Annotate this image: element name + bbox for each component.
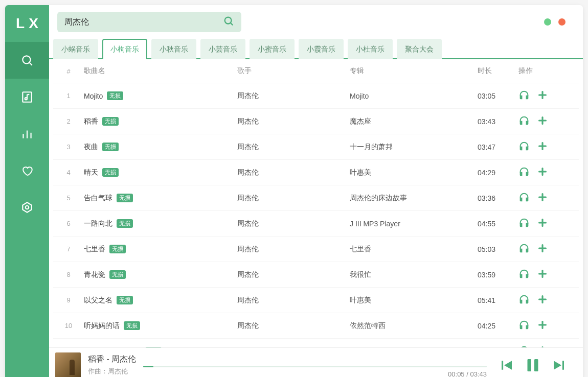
table-row[interactable]: 6一路向北无损周杰伦J III MP3 Player04:55 [53,211,579,237]
play-button[interactable] [518,243,530,255]
source-tab[interactable]: 小蜗音乐 [53,39,98,59]
svg-rect-35 [534,359,538,371]
add-button[interactable] [537,294,548,307]
nav-search[interactable] [5,42,49,79]
play-button[interactable] [518,268,530,281]
add-button[interactable] [537,319,548,332]
prev-button[interactable] [499,358,514,373]
row-duration: 04:29 [478,169,518,177]
lossless-badge: 无损 [109,270,126,279]
table-row[interactable]: 10听妈妈的话无损周杰伦依然范特西04:25 [53,313,579,339]
row-index: 6 [53,220,84,227]
now-playing-title: 稻香 - 周杰伦 [88,354,136,365]
nav-library[interactable] [5,79,49,115]
source-tab[interactable]: 小秋音乐 [151,39,196,59]
row-actions [518,243,570,255]
play-button[interactable] [518,89,530,102]
row-duration: 05:41 [478,296,518,304]
add-button[interactable] [537,166,548,179]
row-duration: 04:55 [478,220,518,228]
headphones-icon [518,192,530,204]
album-cover[interactable] [55,352,81,378]
logo: LX [12,15,42,32]
play-button[interactable] [518,166,530,179]
play-button[interactable] [518,115,530,128]
close-button[interactable] [558,18,566,26]
plus-icon [537,319,548,332]
search-input[interactable] [64,17,223,27]
headphones-icon [518,294,530,307]
svg-line-10 [231,23,233,25]
headphones-icon [518,268,530,281]
add-button[interactable] [537,115,548,128]
table-row[interactable]: 7七里香无损周杰伦七里香05:03 [53,237,579,262]
skip-prev-icon [499,358,514,373]
lossless-badge: 无损 [102,143,119,151]
table-row[interactable]: 3夜曲无损周杰伦十一月的萧邦03:47 [53,134,579,160]
table-row[interactable]: 9以父之名无损周杰伦叶惠美05:41 [53,288,579,313]
row-artist: 周杰伦 [237,219,350,228]
row-album: 七里香 [350,245,478,254]
source-tab[interactable]: 小枸音乐 [102,39,147,59]
row-index: 2 [53,117,84,125]
headphones-icon [518,319,530,332]
row-song-name: 七里香无损 [84,245,237,254]
row-song-name: Mojito无损 [84,91,237,100]
row-song-name: 稻香无损 [84,117,237,126]
play-button[interactable] [518,140,530,153]
source-tab[interactable]: 聚合大会 [397,39,442,59]
plus-icon [537,115,548,128]
play-button[interactable] [518,319,530,332]
row-duration: 05:03 [478,245,518,253]
row-actions [518,217,570,230]
source-tabs: 小蜗音乐小枸音乐小秋音乐小芸音乐小蜜音乐小霞音乐小杜音乐聚合大会 [49,39,583,59]
table-row[interactable]: 4晴天无损周杰伦叶惠美04:29 [53,160,579,185]
headphones-icon [518,217,530,230]
row-actions [518,166,570,179]
lossless-badge: 无损 [102,168,119,177]
add-button[interactable] [537,192,548,204]
table-row[interactable]: 5告白气球无损周杰伦周杰伦的床边故事03:36 [53,185,579,211]
pause-button[interactable] [524,356,542,374]
row-duration: 04:25 [478,322,518,330]
source-tab[interactable]: 小杜音乐 [348,39,393,59]
plus-icon [537,243,548,255]
row-index: 8 [53,271,84,278]
row-song-name: 一路向北无损 [84,219,237,228]
add-button[interactable] [537,140,548,153]
table-row[interactable]: 11给我一首歌的时间无损周杰伦魔杰座04:13 [53,339,579,347]
search-button[interactable] [223,15,234,29]
row-actions [518,268,570,281]
plus-icon [537,192,548,204]
nav-favorites[interactable] [5,152,49,189]
add-button[interactable] [537,243,548,255]
table-row[interactable]: 1Mojito无损周杰伦Mojito03:05 [53,83,579,109]
add-button[interactable] [537,268,548,281]
col-artist: 歌手 [237,66,350,76]
add-button[interactable] [537,217,548,230]
source-tab[interactable]: 小霞音乐 [299,39,344,59]
row-duration: 03:36 [478,194,518,202]
plus-icon [537,268,548,281]
progress-bar[interactable] [143,366,487,367]
source-tab[interactable]: 小芸音乐 [200,39,245,59]
sidebar: LX [5,5,49,377]
music-file-icon [20,90,34,104]
row-index: 3 [53,143,84,151]
table-row[interactable]: 8青花瓷无损周杰伦我很忙03:59 [53,262,579,288]
nav-charts[interactable] [5,115,49,152]
heart-icon [20,164,34,177]
play-button[interactable] [518,294,530,307]
svg-rect-33 [502,361,503,370]
nav-settings[interactable] [5,189,49,226]
svg-line-1 [30,63,32,65]
play-button[interactable] [518,192,530,204]
play-button[interactable] [518,217,530,230]
table-row[interactable]: 2稻香无损周杰伦魔杰座03:43 [53,109,579,134]
source-tab[interactable]: 小蜜音乐 [250,39,295,59]
minimize-button[interactable] [544,18,551,26]
lossless-badge: 无损 [117,296,133,304]
next-button[interactable] [551,358,567,373]
add-button[interactable] [537,89,548,102]
row-duration: 03:43 [478,117,518,126]
